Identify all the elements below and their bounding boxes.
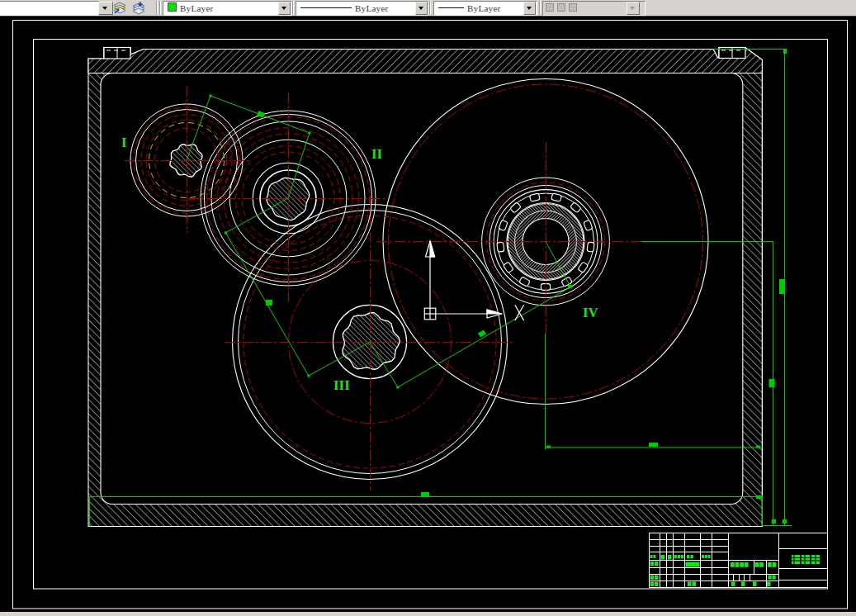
svg-text:II: II (371, 146, 383, 162)
svg-text:I: I (121, 135, 127, 150)
svg-text:III: III (333, 377, 350, 393)
svg-text:IV: IV (583, 305, 599, 320)
